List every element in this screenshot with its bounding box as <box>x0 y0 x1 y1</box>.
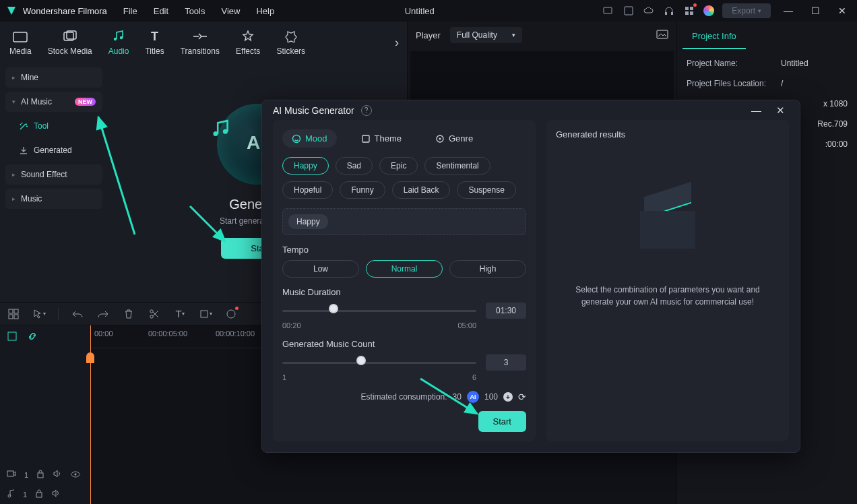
duration-label: Music Duration <box>282 287 526 297</box>
tab-stock-media[interactable]: Stock Media <box>48 29 92 56</box>
mood-hopeful[interactable]: Hopeful <box>282 181 333 199</box>
svg-rect-17 <box>9 309 13 313</box>
snapshot-icon[interactable] <box>656 30 668 41</box>
player-label: Player <box>416 30 441 40</box>
crop-icon[interactable]: ▾ <box>199 307 212 321</box>
layout-icon[interactable] <box>7 307 20 321</box>
svg-rect-32 <box>362 135 369 142</box>
theme-icon <box>361 134 371 144</box>
mood-sentimental[interactable]: Sentimental <box>424 157 490 175</box>
sidebar-item-generated[interactable]: Generated <box>5 140 102 160</box>
tab-effects[interactable]: Effects <box>236 29 260 56</box>
mood-sad[interactable]: Sad <box>336 157 373 175</box>
sidebar-item-tool[interactable]: Tool <box>5 116 102 136</box>
svg-rect-2 <box>625 7 633 15</box>
svg-rect-4 <box>671 12 673 15</box>
sidebar-item-mine[interactable]: ▸Mine <box>5 67 102 88</box>
tab-theme[interactable]: Theme <box>352 129 411 148</box>
record-icon[interactable] <box>7 331 18 342</box>
menu-tools[interactable]: Tools <box>185 6 205 16</box>
player-quality-select[interactable]: Full Quality▾ <box>450 27 522 43</box>
svg-rect-3 <box>665 12 667 15</box>
lock-icon[interactable] <box>35 489 43 500</box>
cloud-icon[interactable] <box>643 5 655 17</box>
help-icon[interactable]: ? <box>361 105 372 116</box>
video-track-icon[interactable] <box>7 470 16 480</box>
mood-funny[interactable]: Funny <box>340 181 385 199</box>
split-icon[interactable] <box>148 307 161 321</box>
sidebar-item-sound-effect[interactable]: ▸Sound Effect <box>5 164 102 185</box>
window-minimize-icon[interactable]: — <box>779 5 798 16</box>
start-button[interactable]: Start <box>478 411 526 432</box>
pointer-icon[interactable]: ▾ <box>32 307 46 321</box>
export-button[interactable]: Export▾ <box>722 3 771 18</box>
svg-point-15 <box>223 129 228 134</box>
menu-file[interactable]: File <box>123 6 137 16</box>
svg-rect-18 <box>14 309 18 313</box>
apps-icon[interactable] <box>683 5 695 17</box>
tab-stickers[interactable]: Stickers <box>276 29 305 56</box>
svg-rect-1 <box>604 7 612 13</box>
tabs-more-icon[interactable]: › <box>395 36 399 50</box>
tab-media[interactable]: Media <box>9 29 32 56</box>
tempo-low[interactable]: Low <box>282 260 359 278</box>
mood-laid-back[interactable]: Laid Back <box>392 181 451 199</box>
count-slider[interactable] <box>282 362 476 364</box>
svg-point-24 <box>227 310 235 318</box>
tab-transitions[interactable]: Transitions <box>181 29 220 56</box>
playhead[interactable] <box>90 325 91 504</box>
undo-icon[interactable] <box>71 307 84 321</box>
effects-icon <box>241 29 255 44</box>
text-tool-icon[interactable]: T▾ <box>173 307 187 321</box>
mute-icon[interactable] <box>53 470 62 480</box>
menu-help[interactable]: Help <box>256 6 274 16</box>
tempo-normal[interactable]: Normal <box>366 260 443 278</box>
mood-happy[interactable]: Happy <box>282 157 329 175</box>
menu-view[interactable]: View <box>221 6 240 16</box>
redo-icon[interactable] <box>96 307 110 321</box>
tab-titles[interactable]: T Titles <box>145 29 164 56</box>
mute-icon[interactable] <box>51 489 61 499</box>
tempo-high[interactable]: High <box>449 260 526 278</box>
music-note-icon <box>210 119 232 140</box>
svg-rect-23 <box>201 311 208 317</box>
svg-point-21 <box>150 309 153 312</box>
stickers-icon <box>284 29 298 44</box>
audio-track-icon[interactable] <box>7 489 15 500</box>
account-avatar-icon[interactable] <box>703 5 714 16</box>
svg-point-28 <box>75 474 77 476</box>
window-close-icon[interactable]: ✕ <box>833 5 852 16</box>
add-credits-icon[interactable]: + <box>503 392 513 402</box>
sidebar-item-ai-music[interactable]: ▾AI MusicNEW <box>5 92 102 112</box>
duration-value: 01:30 <box>486 303 526 319</box>
wand-icon <box>19 121 28 131</box>
tab-genre[interactable]: Genre <box>426 129 482 148</box>
duration-slider[interactable] <box>282 310 476 312</box>
headphones-icon[interactable] <box>663 5 675 17</box>
audio-track-head: 1 <box>0 484 90 504</box>
mood-suspense[interactable]: Suspense <box>457 181 515 199</box>
device-icon[interactable] <box>602 5 614 17</box>
project-info-tab[interactable]: Project Info <box>683 24 746 49</box>
stock-media-icon <box>63 29 77 44</box>
eye-icon[interactable] <box>70 470 81 480</box>
modal-minimize-icon[interactable]: — <box>747 104 765 116</box>
selected-mood-chip[interactable]: Happy <box>288 214 328 229</box>
tab-mood[interactable]: Mood <box>282 129 337 148</box>
document-title: Untitled <box>290 6 602 16</box>
save-icon[interactable] <box>623 5 635 17</box>
mood-epic[interactable]: Epic <box>379 157 418 175</box>
sidebar-item-music[interactable]: ▸Music <box>5 189 102 209</box>
svg-point-13 <box>120 36 123 39</box>
window-maximize-icon[interactable]: ☐ <box>806 5 825 16</box>
color-icon[interactable] <box>224 307 238 321</box>
link-icon[interactable] <box>27 331 38 342</box>
refresh-icon[interactable]: ⟳ <box>518 391 526 402</box>
tab-audio[interactable]: Audio <box>108 29 129 56</box>
menu-edit[interactable]: Edit <box>154 6 168 16</box>
delete-icon[interactable] <box>122 307 135 321</box>
genre-icon <box>435 134 445 144</box>
modal-close-icon[interactable]: ✕ <box>772 104 789 117</box>
svg-rect-9 <box>13 32 27 42</box>
lock-icon[interactable] <box>36 469 44 480</box>
